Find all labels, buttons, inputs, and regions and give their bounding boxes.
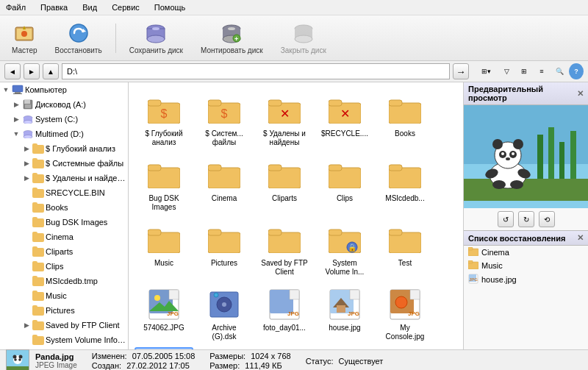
sidebar-item-cliparts[interactable]: Cliparts <box>0 244 128 259</box>
sidebar-item-msi[interactable]: MSIcdedb.tmp <box>0 274 128 288</box>
svg-rect-124 <box>537 135 543 186</box>
status-size: Размеры: 1024 x 768 <box>209 352 290 360</box>
view-icons-button[interactable]: ⊞ <box>516 63 532 79</box>
file-item-pictures2[interactable]: Pictures <box>195 218 254 281</box>
recovery-item-cinema[interactable]: Cinema <box>464 246 588 259</box>
recovery-item-music[interactable]: Music <box>464 259 588 272</box>
preview-close-button[interactable]: ✕ <box>577 89 584 99</box>
view-list-button[interactable]: ≡ <box>534 63 550 79</box>
file-item-test2[interactable]: Test <box>376 218 434 281</box>
sidebar-item-ftp[interactable]: ▶ Saved by FTP Client <box>0 318 128 332</box>
recovery-list: Список восстановления ✕ Cinema <box>464 230 588 287</box>
file-item-sysvolume2[interactable]: 🔒 System Volume In... <box>315 218 374 281</box>
file-item-deep[interactable]: $ $ Глубокий анализ <box>135 88 193 152</box>
sidebar-item-sysvolume[interactable]: System Volume Informat <box>0 332 128 347</box>
svg-point-88 <box>214 293 218 297</box>
sidebar-item-cinema[interactable]: Cinema <box>0 230 128 244</box>
file-item-ftp2[interactable]: Saved by FTP Client <box>255 218 314 281</box>
rotate-button[interactable]: ⟲ <box>539 211 555 227</box>
svg-point-81 <box>154 295 160 301</box>
menu-help[interactable]: Помощь <box>151 1 189 13</box>
sidebar-item-music[interactable]: Music <box>0 288 128 303</box>
up-button[interactable]: ▲ <box>43 63 59 79</box>
file-item-cliparts2[interactable]: Cliparts <box>255 153 314 216</box>
file-item-panda[interactable]: JPG Panda.jpg <box>135 347 193 349</box>
file-item-deleted2[interactable]: ✕ $ Удалены и найдены <box>255 88 314 152</box>
sidebar-item-d[interactable]: ▼ Multimed (D:) <box>0 127 128 141</box>
sidebar-item-sys[interactable]: ▶ $ Системные файлы <box>0 156 128 171</box>
menu-service[interactable]: Сервис <box>109 1 143 13</box>
menu-edit[interactable]: Правка <box>37 1 71 13</box>
forward-button[interactable]: ► <box>24 63 40 79</box>
file-label: 574062.JPG <box>143 324 184 332</box>
status-filename: Panda.jpg <box>35 352 77 361</box>
filter-button[interactable]: ▽ <box>498 63 514 79</box>
sidebar-item-deleted[interactable]: ▶ $ Удалены и найдены <box>0 171 128 185</box>
menu-file[interactable]: Файл <box>3 1 29 13</box>
expand-deep[interactable]: ▶ <box>22 144 31 153</box>
preview-controls: ↺ ↻ ⟲ <box>464 208 588 230</box>
svg-rect-60 <box>208 165 221 171</box>
svg-point-152 <box>19 355 23 358</box>
file-item-foto[interactable]: JPG foto_day01... <box>255 282 314 346</box>
file-item-recycle2[interactable]: ✕ $RECYCLE.... <box>315 88 374 152</box>
svg-rect-66 <box>389 165 402 171</box>
svg-point-141 <box>510 180 523 189</box>
view-controls: ⊞▾ ▽ ⊞ ≡ 🔍 ? <box>475 63 584 79</box>
sidebar-item-c[interactable]: ▶ System (C:) <box>0 112 128 127</box>
sidebar-item-deep[interactable]: ▶ $ Глубокий анализ <box>0 141 128 156</box>
file-item-574062[interactable]: JPG 574062.JPG <box>135 282 193 346</box>
address-input[interactable] <box>62 63 450 79</box>
zoom-out-button[interactable]: ↺ <box>498 211 514 227</box>
folder-deep-file-icon: $ <box>146 93 182 128</box>
file-item-books2[interactable]: Books <box>376 88 434 152</box>
view-size-button[interactable]: ⊞▾ <box>475 63 497 79</box>
file-item-print1[interactable]: JPG PRINT1.JPG <box>255 347 314 349</box>
sidebar-item-pictures[interactable]: Pictures <box>0 303 128 318</box>
svg-point-131 <box>492 139 503 149</box>
file-item-archive-dsk[interactable]: Archive (G).dsk <box>195 282 254 346</box>
file-item-cinema2[interactable]: Cinema <box>195 153 254 216</box>
menu-view[interactable]: Вид <box>79 1 100 13</box>
svg-rect-102 <box>410 290 420 299</box>
expand-floppy[interactable]: ▶ <box>12 100 21 109</box>
recovery-item-house[interactable]: JPG house.jpg <box>464 272 588 287</box>
close-disk-button[interactable]: Закрыть диск <box>275 18 332 57</box>
file-item-house[interactable]: JPG house.jpg <box>315 282 374 346</box>
save-disk-label: Сохранить диск <box>129 46 183 54</box>
sidebar-item-recycle[interactable]: SRECYCLE.BIN <box>0 185 128 200</box>
file-item-bugdsk2[interactable]: Bug DSK Images <box>135 153 193 216</box>
menu-bar: Файл Правка Вид Сервис Помощь <box>0 0 588 15</box>
sidebar-item-floppy[interactable]: ▶ Дисковод (A:) <box>0 97 128 112</box>
svg-point-8 <box>147 35 165 43</box>
save-disk-button[interactable]: Сохранить диск <box>123 18 189 57</box>
restore-button[interactable]: Восстановить <box>49 18 108 57</box>
file-item-msi2[interactable]: MSIcdedb... <box>376 153 434 216</box>
sidebar-item-books[interactable]: Books <box>0 200 128 215</box>
file-item-console[interactable]: JPG My Console.jpg <box>376 282 434 346</box>
go-button[interactable]: → <box>453 63 469 79</box>
expand-d[interactable]: ▼ <box>12 129 21 138</box>
search-button[interactable]: 🔍 <box>551 63 567 79</box>
expand-c[interactable]: ▶ <box>12 115 21 124</box>
recovery-close-button[interactable]: ✕ <box>577 233 584 243</box>
status-size2-label: Размер: <box>209 361 240 370</box>
back-button[interactable]: ◄ <box>4 63 21 79</box>
zoom-in-button[interactable]: ↻ <box>518 211 534 227</box>
file-label: $ Систем... файлы <box>199 129 249 147</box>
wizard-button[interactable]: Мастер <box>6 18 43 57</box>
help-button[interactable]: ? <box>569 63 584 79</box>
file-item-music2[interactable]: Music <box>135 218 193 281</box>
svg-text:JPG: JPG <box>167 310 179 317</box>
svg-rect-127 <box>570 131 576 186</box>
expand-computer[interactable]: ▼ <box>1 85 10 94</box>
mount-disk-button[interactable]: + Монтировать диск <box>195 18 269 57</box>
file-item-clips2[interactable]: Clips <box>315 153 374 216</box>
file-item-print[interactable]: JPG PRINT.JPG <box>195 347 254 349</box>
file-item-sysfiles[interactable]: $ $ Систем... файлы <box>195 88 254 152</box>
recovery-title: Список восстановления <box>468 234 565 243</box>
svg-rect-78 <box>389 230 402 235</box>
sidebar-item-clips[interactable]: Clips <box>0 259 128 274</box>
sidebar-item-bugdsk[interactable]: Bug DSK Images <box>0 215 128 230</box>
sidebar-item-computer[interactable]: ▼ Компьютер <box>0 82 128 97</box>
